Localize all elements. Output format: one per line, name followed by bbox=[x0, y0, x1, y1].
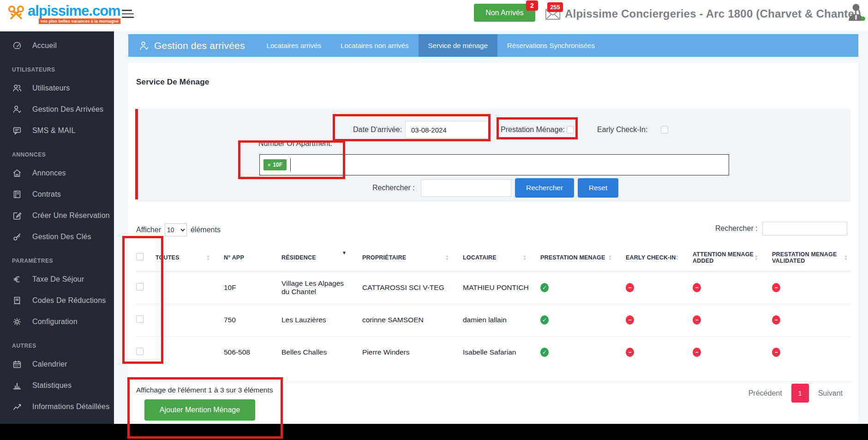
module-title: Gestion des arrivées bbox=[128, 34, 257, 57]
table-header-row: TOUTES▲▼ N° APP RÉSIDENCE▼ PROPRIÉTAIRE▲… bbox=[136, 244, 850, 271]
sort-icon[interactable]: ▲▼ bbox=[675, 254, 679, 261]
cell-residence: Belles Challes bbox=[281, 336, 362, 368]
sidebar-item-gestion-des-cles[interactable]: Gestion Des Clés bbox=[0, 226, 114, 247]
table-search: Rechercher : bbox=[715, 222, 847, 235]
sidebar-item-gestion-des-arrivees[interactable]: Gestion Des Arrivées bbox=[0, 99, 114, 120]
afficher-label: Afficher bbox=[136, 226, 161, 234]
col-prestation-menage-validated[interactable]: PRESTATION MENAGE VALIDATED▲▼ bbox=[772, 244, 850, 271]
sidebar-item-statistiques[interactable]: Statistiques bbox=[0, 375, 114, 396]
pagination-page-1[interactable]: 1 bbox=[791, 384, 809, 403]
cell-proprietaire: corinne SAMSOEN bbox=[362, 304, 463, 336]
sidebar-item-accueil[interactable]: Accueil bbox=[0, 35, 114, 56]
col-toutes[interactable]: TOUTES▲▼ bbox=[156, 244, 224, 271]
col-attention-menage-added[interactable]: ATTENTION MENAGE ADDED▲▼ bbox=[693, 244, 772, 271]
status-icon: − bbox=[772, 315, 780, 325]
book-icon bbox=[12, 189, 22, 199]
sort-icon[interactable]: ▲▼ bbox=[844, 254, 848, 261]
row-checkbox[interactable] bbox=[136, 348, 144, 355]
row-checkbox[interactable] bbox=[136, 315, 144, 323]
ajouter-mention-menage-button[interactable]: Ajouter Mention Ménage bbox=[144, 399, 255, 421]
key-icon bbox=[12, 232, 22, 242]
sort-icon[interactable]: ▲▼ bbox=[523, 254, 527, 261]
keys-icon bbox=[6, 4, 26, 25]
early-checkin-label: Early Check-In: bbox=[597, 126, 647, 134]
person-check-icon bbox=[138, 40, 150, 51]
table-length-control: Afficher 10 éléments bbox=[136, 223, 221, 236]
content-card: Service De Ménage Date D'arrivée: Presta… bbox=[128, 63, 858, 424]
top-header: alpissime.com vos plus belles vacances à… bbox=[0, 0, 868, 31]
sidebar-item-codes-de-reductions[interactable]: Codes De Réductions bbox=[0, 290, 114, 311]
logo[interactable]: alpissime.com vos plus belles vacances à… bbox=[6, 4, 120, 25]
prestation-menage-label: Prestation Ménage: bbox=[501, 126, 565, 134]
select-all-checkbox[interactable] bbox=[136, 253, 144, 260]
date-arrivee-input[interactable] bbox=[405, 121, 489, 139]
col-residence[interactable]: RÉSIDENCE▼ bbox=[281, 244, 362, 271]
sidebar-section-annonces: ANNONCES bbox=[0, 147, 114, 163]
status-icon: − bbox=[693, 315, 701, 325]
receipt-icon bbox=[12, 295, 22, 306]
pagination-next[interactable]: Suivant bbox=[818, 389, 843, 398]
col-n-app[interactable]: N° APP bbox=[224, 244, 281, 271]
sidebar-section-utilisateurs: UTILISATEURS bbox=[0, 62, 114, 78]
sidebar-item-annonces[interactable]: Annonces bbox=[0, 163, 114, 184]
status-icon: − bbox=[626, 348, 634, 357]
table-row: 10F Village Les Alpages du Chantel CATTA… bbox=[136, 271, 850, 304]
page-title: Service De Ménage bbox=[136, 78, 209, 87]
sidebar-section-parametres: PARAMÈTRES bbox=[0, 253, 114, 269]
pagination: Précédent 1 Suivant bbox=[748, 384, 843, 403]
sort-icon[interactable]: ▲▼ bbox=[754, 254, 758, 261]
cell-locataire: damien lallain bbox=[463, 304, 540, 336]
hamburger-menu-icon[interactable] bbox=[122, 10, 134, 20]
table-row: 750 Les Lauzières corinne SAMSOEN damien… bbox=[136, 304, 850, 336]
row-checkbox[interactable] bbox=[136, 283, 144, 290]
sort-desc-icon[interactable]: ▼ bbox=[342, 250, 347, 255]
sort-icon[interactable]: ▲▼ bbox=[608, 254, 612, 261]
filter-search-input[interactable] bbox=[421, 179, 511, 197]
rechercher-button[interactable]: Rechercher bbox=[515, 178, 574, 198]
col-prestation-menage[interactable]: PRESTATION MENAGE▲▼ bbox=[540, 244, 626, 271]
table-search-label: Rechercher : bbox=[715, 224, 758, 233]
text-cursor bbox=[290, 158, 291, 171]
col-locataire[interactable]: LOCATAIRE▲▼ bbox=[463, 244, 540, 271]
sidebar-item-informations-detaillees[interactable]: Informations Détaillées bbox=[0, 396, 114, 417]
gear-icon bbox=[12, 317, 22, 327]
prestation-menage-checkbox[interactable] bbox=[567, 126, 574, 133]
table-search-input[interactable] bbox=[762, 222, 847, 235]
pagination-previous[interactable]: Précédent bbox=[748, 389, 782, 398]
table-info-text: Affichage de l'élément 1 à 3 sur 3 éléme… bbox=[136, 386, 273, 394]
tab-locataires-arrives[interactable]: Locataires arrivés bbox=[257, 34, 331, 57]
sidebar-item-taxe-de-sejour[interactable]: Taxe De Séjour bbox=[0, 269, 114, 290]
col-early-check-in[interactable]: EARLY CHECK-IN▲▼ bbox=[626, 244, 693, 271]
col-proprietaire[interactable]: PROPRIÉTAIRE▲▼ bbox=[362, 244, 463, 271]
tab-service-de-menage[interactable]: Service de ménage bbox=[419, 34, 497, 57]
tab-reservations-synchronisees[interactable]: Réservations Synchronisées bbox=[497, 34, 605, 57]
reset-button[interactable]: Reset bbox=[578, 178, 618, 198]
early-checkin-checkbox[interactable] bbox=[661, 126, 668, 133]
cell-app: 10F bbox=[224, 271, 281, 304]
menage-table: TOUTES▲▼ N° APP RÉSIDENCE▼ PROPRIÉTAIRE▲… bbox=[136, 244, 850, 368]
sidebar-item-utilisateurs[interactable]: Utilisateurs bbox=[0, 78, 114, 99]
status-icon: ✓ bbox=[540, 315, 549, 325]
sidebar-item-creer-une-reservation[interactable]: Créer Une Réservation bbox=[0, 205, 114, 226]
sidebar-item-configuration[interactable]: Configuration bbox=[0, 311, 114, 332]
cell-proprietaire: Pierre Winders bbox=[362, 336, 463, 368]
home-icon bbox=[12, 168, 22, 178]
status-icon: − bbox=[772, 283, 780, 292]
page-size-select[interactable]: 10 bbox=[165, 223, 187, 236]
avatar[interactable] bbox=[846, 2, 866, 24]
sort-icon[interactable]: ▲▼ bbox=[206, 254, 210, 261]
sort-icon[interactable]: ▲▼ bbox=[445, 254, 449, 261]
remove-tag-icon[interactable]: × bbox=[268, 162, 270, 168]
sidebar-item-calendrier[interactable]: Calendrier bbox=[0, 354, 114, 375]
sidebar-item-contrats[interactable]: Contrats bbox=[0, 184, 114, 205]
sidebar-item-sms-mail[interactable]: SMS & MAIL bbox=[0, 120, 114, 141]
users-icon bbox=[12, 83, 22, 93]
tab-locataires-non-arrives[interactable]: Locataires non arrivés bbox=[331, 34, 419, 57]
gauge-icon bbox=[12, 41, 22, 51]
logo-text: alpissime.com bbox=[28, 4, 120, 18]
euro-icon bbox=[12, 274, 22, 284]
table-row: 506-508 Belles Challes Pierre Winders Is… bbox=[136, 336, 850, 368]
apartment-number-input[interactable]: × 10F bbox=[259, 154, 729, 175]
bar-chart-icon bbox=[12, 380, 22, 391]
elements-label: éléments bbox=[191, 226, 221, 234]
